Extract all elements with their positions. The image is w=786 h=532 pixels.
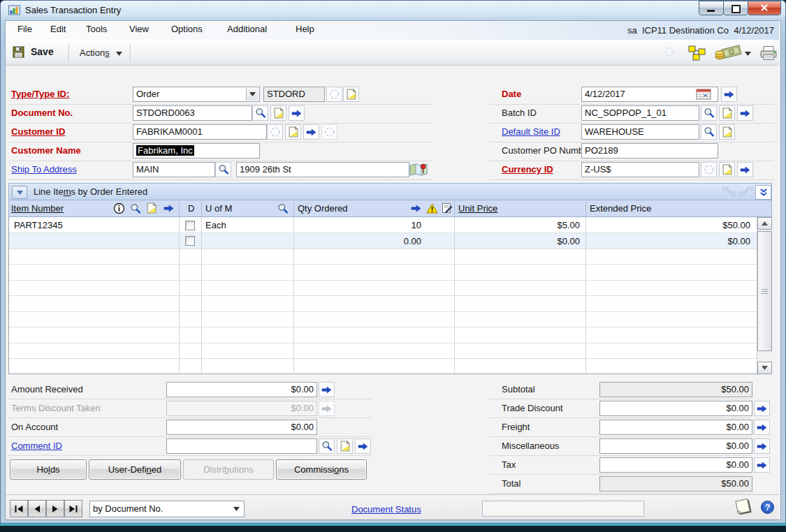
menu-file[interactable]: File <box>17 24 32 34</box>
customer-name-field[interactable]: Fabrikam, Inc <box>133 143 260 158</box>
currency-id-label[interactable]: Currency ID <box>502 164 553 175</box>
holds-button[interactable]: Holds <box>10 459 87 480</box>
customer-id-note-button[interactable] <box>285 124 301 140</box>
site-lookup-button[interactable] <box>701 124 717 140</box>
cell-unit-price[interactable]: $5.00 <box>454 219 580 232</box>
currency-caret-icon[interactable] <box>745 52 751 56</box>
freight-field[interactable]: $0.00 <box>599 420 752 435</box>
cell-unit-price[interactable]: $0.00 <box>454 235 580 248</box>
column-item-number[interactable]: Item Number <box>11 203 64 214</box>
document-no-expand-button[interactable] <box>289 105 305 121</box>
menu-view[interactable]: View <box>129 24 149 34</box>
close-button[interactable] <box>748 1 781 15</box>
comment-id-link[interactable]: Comment ID <box>11 441 62 451</box>
help-icon[interactable]: ? <box>760 500 775 515</box>
nav-first-button[interactable] <box>10 500 28 517</box>
amount-received-expand-button[interactable] <box>319 382 335 397</box>
tax-expand-button[interactable] <box>754 457 770 473</box>
nav-last-button[interactable] <box>64 500 82 517</box>
trade-expand-button[interactable] <box>754 401 770 416</box>
drop-ship-checkbox[interactable] <box>185 236 195 246</box>
type-dropdown[interactable]: Order <box>133 87 260 102</box>
batch-id-field[interactable]: NC_SOPPOP_1_01 <box>581 105 699 121</box>
minimize-button[interactable] <box>699 1 724 15</box>
document-no-note-button[interactable] <box>270 105 286 121</box>
default-site-link[interactable]: Default Site ID <box>502 126 560 137</box>
search-icon[interactable] <box>130 203 141 214</box>
cell-uofm[interactable]: Each <box>205 219 226 232</box>
document-no-field[interactable]: STDORD0063 <box>133 105 252 121</box>
user-defined-button[interactable]: User-Defined <box>89 459 181 480</box>
type-id-note-button[interactable] <box>343 87 359 102</box>
notes-icon[interactable] <box>732 497 755 518</box>
line-items-dropdown-button[interactable] <box>12 186 27 199</box>
tax-field[interactable]: $0.00 <box>599 457 752 473</box>
sort-by-dropdown[interactable]: by Document No. <box>89 501 245 517</box>
comment-expand-button[interactable] <box>355 438 371 454</box>
document-no-lookup-button[interactable] <box>252 105 268 121</box>
nav-previous-button[interactable] <box>28 500 46 517</box>
cell-qty[interactable]: 10 <box>293 219 421 232</box>
commissions-button[interactable]: Commissions <box>276 459 367 480</box>
comment-id-field[interactable] <box>166 438 317 454</box>
currency-tool-icon[interactable] <box>714 43 743 61</box>
batch-lookup-button[interactable] <box>701 105 717 121</box>
scroll-up-button[interactable] <box>757 217 772 230</box>
site-id-field[interactable]: WAREHOUSE <box>581 124 699 140</box>
freight-expand-button[interactable] <box>754 420 770 435</box>
site-note-button[interactable] <box>719 124 735 140</box>
menu-help[interactable]: Help <box>296 24 314 34</box>
maximize-button[interactable] <box>723 1 748 15</box>
type-id-field[interactable]: STDORD <box>263 87 325 102</box>
comment-lookup-button[interactable] <box>319 438 335 454</box>
cell-extended-price[interactable]: $0.00 <box>585 235 750 248</box>
save-button[interactable]: Save <box>31 46 54 57</box>
batch-note-button[interactable] <box>719 105 735 121</box>
customer-id-field[interactable]: FABRIKAM0001 <box>133 124 267 140</box>
type-label[interactable]: Type/Type ID: <box>11 89 69 99</box>
batch-expand-button[interactable] <box>737 105 753 121</box>
customer-po-field[interactable]: PO2189 <box>581 143 718 158</box>
menu-edit[interactable]: Edit <box>50 24 66 34</box>
menu-additional[interactable]: Additional <box>227 24 267 34</box>
actions-button[interactable]: Actions <box>80 47 110 58</box>
currency-expand-button[interactable] <box>737 162 753 177</box>
chevron-down-icon[interactable] <box>246 88 259 101</box>
date-expand-button[interactable] <box>721 87 737 102</box>
print-icon[interactable] <box>759 45 778 61</box>
trade-discount-field[interactable]: $0.00 <box>599 401 752 416</box>
scroll-down-button[interactable] <box>757 362 772 374</box>
arrow-right-icon[interactable] <box>163 205 174 212</box>
cell-item-number[interactable]: PART12345 <box>14 219 63 232</box>
miscellaneous-field[interactable]: $0.00 <box>599 438 752 454</box>
arrow-right-icon[interactable] <box>411 205 421 212</box>
ship-to-code-field[interactable]: MAIN <box>133 162 215 177</box>
menu-tools[interactable]: Tools <box>86 24 107 34</box>
note-icon[interactable] <box>147 202 157 214</box>
search-icon[interactable] <box>277 203 289 214</box>
currency-id-field[interactable]: Z-US$ <box>581 162 699 177</box>
menu-options[interactable]: Options <box>171 24 203 34</box>
currency-note-button[interactable] <box>719 162 735 177</box>
amount-received-field[interactable]: $0.00 <box>166 382 317 397</box>
hierarchy-icon[interactable] <box>687 45 707 61</box>
ship-to-lookup-button[interactable] <box>215 162 231 177</box>
cell-qty[interactable]: 0.00 <box>293 235 421 248</box>
actions-caret-icon[interactable] <box>116 52 122 56</box>
drop-ship-checkbox[interactable] <box>185 221 195 230</box>
nav-next-button[interactable] <box>46 500 64 517</box>
expand-grid-button[interactable] <box>755 185 771 200</box>
cell-extended-price[interactable]: $50.00 <box>585 219 750 232</box>
miscellaneous-expand-button[interactable] <box>754 438 770 454</box>
comment-note-button[interactable] <box>337 438 353 454</box>
info-icon[interactable] <box>113 202 125 214</box>
column-unit-price[interactable]: Unit Price <box>458 203 497 214</box>
document-status-link[interactable]: Document Status <box>351 504 421 515</box>
ship-to-address-link[interactable]: Ship To Address <box>11 164 77 175</box>
scrollbar-thumb[interactable] <box>757 231 772 351</box>
ship-to-address-field[interactable]: 1909 26th St <box>236 162 409 177</box>
map-pin-icon[interactable] <box>409 163 428 177</box>
comment-icon[interactable] <box>442 202 453 214</box>
warning-icon[interactable] <box>426 203 438 214</box>
calendar-icon[interactable] <box>696 89 711 100</box>
